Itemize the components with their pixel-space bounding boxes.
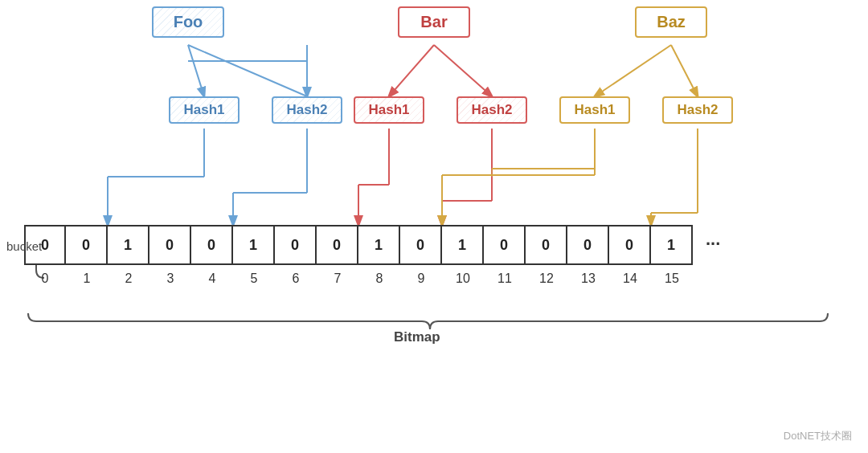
hash-baz-1: Hash1: [559, 96, 630, 124]
index-cell-0: 0: [24, 271, 66, 286]
index-cell-14: 14: [609, 271, 651, 286]
bit-cell-2: 1: [108, 225, 149, 265]
index-cell-3: 3: [149, 271, 191, 286]
bit-cell-6: 0: [275, 225, 317, 265]
svg-line-18: [595, 45, 671, 96]
hash-baz-2: Hash2: [662, 96, 733, 124]
index-cell-11: 11: [484, 271, 526, 286]
hash-foo-1: Hash1: [169, 96, 240, 124]
bit-cell-1: 0: [66, 225, 108, 265]
bit-cell-14: 0: [609, 225, 651, 265]
bit-cell-7: 0: [317, 225, 358, 265]
index-cell-6: 6: [275, 271, 317, 286]
bit-cell-8: 1: [358, 225, 400, 265]
hash-bar-2: Hash2: [457, 96, 527, 124]
index-cell-4: 4: [191, 271, 233, 286]
index-cell-13: 13: [567, 271, 609, 286]
svg-line-19: [671, 45, 698, 96]
key-bar: Bar: [398, 6, 470, 38]
dots: ...: [706, 229, 720, 250]
bit-cell-13: 0: [567, 225, 609, 265]
bit-cell-12: 0: [526, 225, 567, 265]
bitmap-label: Bitmap: [394, 329, 440, 345]
index-cell-7: 7: [317, 271, 358, 286]
index-cell-8: 8: [358, 271, 400, 286]
bit-cell-4: 0: [191, 225, 233, 265]
watermark: DotNET技术圈: [784, 429, 852, 443]
key-baz: Baz: [635, 6, 707, 38]
index-cell-2: 2: [108, 271, 149, 286]
bit-cell-11: 0: [484, 225, 526, 265]
svg-line-11: [434, 45, 492, 96]
hash-bar-1: Hash1: [354, 96, 424, 124]
bit-array: 0010010010100001: [24, 225, 693, 265]
diagram: Foo Bar Baz Hash1 Hash2 Hash1 Hash2 Hash…: [0, 0, 868, 453]
svg-line-0: [188, 45, 204, 96]
index-cell-1: 1: [66, 271, 108, 286]
index-cell-9: 9: [400, 271, 442, 286]
bit-cell-5: 1: [233, 225, 275, 265]
index-cell-10: 10: [442, 271, 484, 286]
index-cell-5: 5: [233, 271, 275, 286]
bit-cell-9: 0: [400, 225, 442, 265]
index-cell-12: 12: [526, 271, 567, 286]
hash-foo-2: Hash2: [272, 96, 342, 124]
index-row: 0123456789101112131415: [24, 271, 693, 286]
bucket-label: bucket: [6, 239, 42, 253]
bit-cell-3: 0: [149, 225, 191, 265]
svg-line-1: [188, 45, 307, 96]
svg-line-10: [389, 45, 434, 96]
bit-cell-10: 1: [442, 225, 484, 265]
bit-cell-15: 1: [651, 225, 693, 265]
key-foo: Foo: [152, 6, 224, 38]
index-cell-15: 15: [651, 271, 693, 286]
